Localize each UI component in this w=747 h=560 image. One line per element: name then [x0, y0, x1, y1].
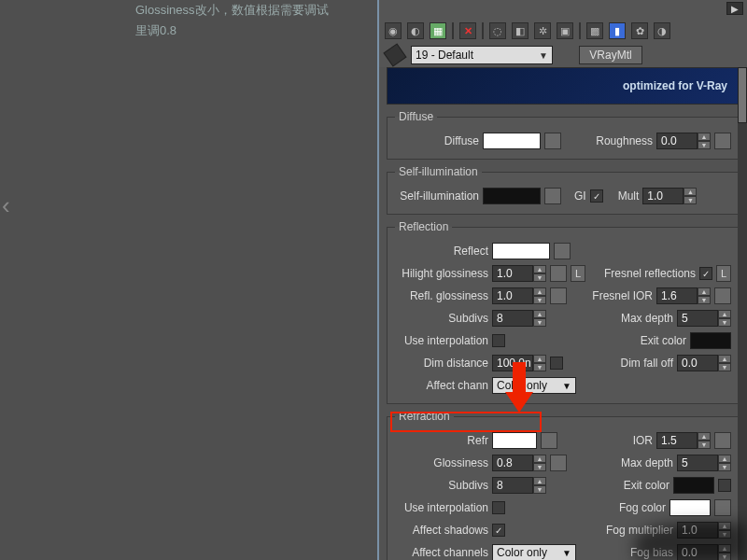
refract-subdivs-spinner[interactable]: 8▲▼ [492, 477, 546, 494]
fog-color-label: Fog color [619, 501, 666, 514]
reflect-exitcolor-swatch[interactable] [690, 332, 731, 349]
diffuse-legend: Diffuse [395, 110, 437, 123]
selfillum-legend: Self-illumination [395, 165, 482, 178]
roughness-label: Roughness [596, 134, 653, 147]
dim-distance-label: Dim distance [395, 357, 488, 370]
put-icon[interactable]: ✲ [534, 22, 551, 39]
refract-exitcolor-swatch[interactable] [673, 477, 714, 494]
reflect-useinterp-label: Use interpolation [395, 334, 488, 347]
toolbar-top: ▶ [379, 0, 747, 19]
refraction-rollout: Refraction Refr IOR 1.5▲▼ Glossiness 0.8… [387, 410, 740, 560]
refract-ior-label: IOR [633, 434, 653, 447]
material-editor-panel: ▶ ◉ ◐ ▦ ✕ ◌ ◧ ✲ ▣ ▩ ▮ ✿ ◑ 19 - Default ▼… [377, 0, 747, 560]
rollout-scroll-area: optimized for V-Ray Diffuse Diffuse Roug… [379, 67, 747, 560]
reflect-useinterp-checkbox[interactable] [492, 334, 505, 347]
pick-material-icon[interactable] [383, 43, 406, 66]
affect-shadows-checkbox[interactable] [492, 524, 505, 537]
fresnel-label: Fresnel reflections [604, 267, 696, 280]
dim-distance-spinner[interactable]: 100.0n▲▼ [492, 355, 546, 371]
selfillum-label: Self-illumination [395, 189, 479, 203]
material-toolbar: ◉ ◐ ▦ ✕ ◌ ◧ ✲ ▣ ▩ ▮ ✿ ◑ [379, 19, 747, 43]
refract-map-button[interactable] [541, 432, 557, 449]
reflect-map-button[interactable] [554, 243, 571, 259]
fog-bias-spinner[interactable]: 0.0▲▼ [677, 544, 731, 560]
fog-color-map-button[interactable] [714, 499, 731, 516]
sample-type-icon[interactable]: ◉ [385, 22, 402, 39]
scrollbar-thumb[interactable] [738, 67, 747, 123]
fresnel-ior-spinner[interactable]: 1.6▲▼ [656, 287, 711, 304]
reset-icon[interactable]: ◧ [512, 22, 529, 39]
fog-mult-spinner[interactable]: 1.0▲▼ [677, 522, 731, 539]
refract-maxdepth-label: Max depth [621, 456, 673, 469]
gi-checkbox[interactable] [590, 189, 603, 203]
reflect-color-swatch[interactable] [492, 243, 550, 259]
fog-mult-label: Fog multiplier [606, 524, 673, 537]
selfillum-rollout: Self-illumination Self-illumination GI M… [387, 165, 740, 215]
toolbar-expand-button[interactable]: ▶ [726, 2, 743, 15]
dim-falloff-spinner[interactable]: 0.0▲▼ [677, 355, 731, 371]
reflect-maxdepth-label: Max depth [621, 312, 673, 325]
chevron-down-icon: ▼ [539, 50, 548, 61]
show-map-icon[interactable]: ▩ [586, 22, 603, 39]
reflect-affect-label: Affect chann [395, 379, 488, 392]
roughness-map-button[interactable] [714, 133, 731, 149]
hilight-gloss-spinner[interactable]: 1.0▲▼ [492, 265, 546, 282]
refract-ior-map-button[interactable] [714, 432, 731, 449]
prev-image-button[interactable]: ‹ [2, 191, 10, 220]
refract-exitcolor-checkbox[interactable] [718, 479, 731, 492]
show-end-result-icon[interactable]: ▮ [609, 22, 626, 39]
delete-icon[interactable]: ✕ [459, 22, 476, 39]
refract-gloss-label: Glossiness [395, 456, 488, 469]
selfillum-map-button[interactable] [544, 188, 561, 204]
mult-label: Mult [618, 189, 640, 203]
mult-spinner[interactable]: 1.0▲▼ [642, 188, 697, 204]
refract-useinterp-checkbox[interactable] [492, 501, 505, 514]
material-name-dropdown[interactable]: 19 - Default ▼ [411, 46, 553, 64]
go-parent-icon[interactable]: ✿ [631, 22, 648, 39]
lock-fresnel-button[interactable]: L [716, 265, 731, 282]
material-select-row: 19 - Default ▼ VRayMtl [379, 43, 747, 67]
refl-gloss-map-button[interactable] [550, 287, 567, 304]
fresnel-ior-label: Fresnel IOR [592, 289, 653, 302]
refract-ior-spinner[interactable]: 1.5▲▼ [656, 432, 711, 449]
refraction-legend: Refraction [395, 410, 454, 423]
fresnel-ior-map-button[interactable] [714, 287, 731, 304]
dim-distance-checkbox[interactable] [550, 357, 563, 370]
assign-icon[interactable]: ◌ [489, 22, 506, 39]
hilight-gloss-label: Hilight glossiness [395, 267, 488, 280]
refract-maxdepth-spinner[interactable]: 5▲▼ [677, 455, 731, 471]
dim-falloff-label: Dim fall off [621, 357, 673, 370]
lock-hilight-button[interactable]: L [571, 265, 585, 282]
background-icon[interactable]: ▦ [430, 22, 446, 39]
material-type-button[interactable]: VRayMtl [579, 46, 642, 64]
vray-banner-text: optimized for V-Ray [623, 79, 727, 92]
refract-subdivs-label: Subdivs [395, 479, 488, 492]
reflect-subdivs-spinner[interactable]: 8▲▼ [492, 310, 546, 327]
diffuse-map-button[interactable] [544, 133, 561, 149]
article-text: Glossiness改小，数值根据需要调试 [135, 2, 329, 19]
hilight-gloss-map-button[interactable] [550, 265, 567, 282]
diffuse-color-swatch[interactable] [483, 133, 541, 149]
reflect-maxdepth-spinner[interactable]: 5▲▼ [677, 310, 731, 327]
reflect-label: Reflect [395, 245, 488, 258]
refl-gloss-spinner[interactable]: 1.0▲▼ [492, 287, 546, 304]
refract-useinterp-label: Use interpolation [395, 501, 488, 514]
selfillum-color-swatch[interactable] [483, 188, 541, 204]
fog-color-swatch[interactable] [669, 499, 711, 516]
reflect-affect-dropdown[interactable]: Color only▼ [492, 377, 576, 394]
sample-uv-icon[interactable]: ▣ [557, 22, 573, 39]
reflection-legend: Reflection [395, 220, 452, 233]
vertical-scrollbar[interactable] [738, 67, 747, 560]
refract-gloss-map-button[interactable] [550, 455, 567, 471]
roughness-spinner[interactable]: 0.0▲▼ [656, 133, 711, 149]
diffuse-rollout: Diffuse Diffuse Roughness 0.0▲▼ [387, 110, 740, 160]
affect-shadows-label: Affect shadows [395, 524, 488, 537]
refract-affect-label: Affect channels [395, 546, 488, 559]
refract-affect-dropdown[interactable]: Color only▼ [492, 544, 576, 560]
refract-gloss-spinner[interactable]: 0.8▲▼ [492, 455, 546, 471]
refract-color-swatch[interactable] [492, 432, 537, 449]
backlight-icon[interactable]: ◐ [407, 22, 424, 39]
refract-label: Refr [395, 434, 488, 447]
go-forward-icon[interactable]: ◑ [654, 22, 670, 39]
fresnel-checkbox[interactable] [699, 267, 712, 280]
